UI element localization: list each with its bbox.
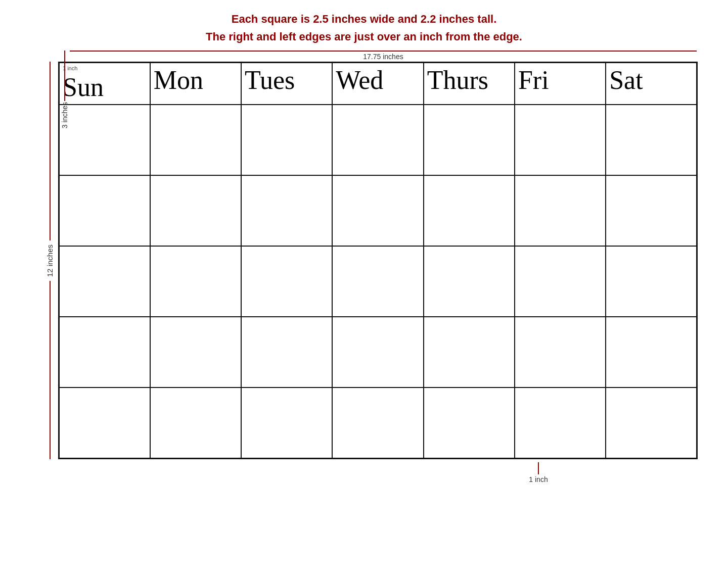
calendar-cell-3-4: [424, 317, 515, 387]
calendar-cell-2-3: [332, 246, 423, 317]
day-label-wed: Wed: [336, 66, 383, 94]
calendar-header-row: 1 inch Sun Mon Tues Wed Th: [59, 63, 697, 105]
calendar-cell-2-5: [515, 246, 606, 317]
day-label-fri: Fri: [518, 66, 549, 94]
calendar-cell-3-6: [606, 317, 697, 387]
calendar-cell-1-4: [424, 175, 515, 246]
calendar-cell-1-6: [606, 175, 697, 246]
header-tues: Tues: [241, 63, 332, 105]
calendar-cell-0-6: [606, 105, 697, 175]
calendar-row-3: [59, 317, 697, 387]
top-vertical-ruler-label: 3 inches: [61, 102, 69, 128]
calendar-grid: 1 inch Sun Mon Tues Wed Th: [58, 62, 698, 459]
header-sat: Sat: [606, 63, 697, 105]
calendar-cell-1-3: [332, 175, 423, 246]
calendar-cell-3-1: [150, 317, 241, 387]
header-thurs: Thurs: [424, 63, 515, 105]
horizontal-ruler-label: 17.75 inches: [70, 53, 697, 61]
day-label-sat: Sat: [609, 66, 643, 94]
calendar-cell-1-0: [59, 175, 150, 246]
header-mon: Mon: [150, 63, 241, 105]
inch-corner-label: 1 inch: [63, 65, 147, 71]
calendar-cell-3-3: [332, 317, 423, 387]
info-line2: The right and left edges are just over a…: [0, 28, 728, 45]
day-label-tues: Tues: [245, 66, 295, 94]
calendar-cell-4-4: [424, 387, 515, 458]
calendar-cell-0-1: [150, 105, 241, 175]
calendar-cell-1-2: [241, 175, 332, 246]
header-wed: Wed: [332, 63, 423, 105]
horizontal-top-ruler: 17.75 inches: [70, 51, 697, 61]
calendar-row-4: [59, 387, 697, 458]
top-vertical-ruler: 3 inches: [60, 51, 70, 129]
calendar-cell-2-4: [424, 246, 515, 317]
calendar-row-1: [59, 175, 697, 246]
calendar-cell-2-1: [150, 246, 241, 317]
info-section: Each square is 2.5 inches wide and 2.2 i…: [0, 10, 728, 45]
bottom-ruler-label: 1 inch: [529, 475, 548, 483]
left-vertical-ruler-label: 12 inches: [46, 240, 54, 281]
calendar-cell-4-2: [241, 387, 332, 458]
calendar-container: 1 inch Sun Mon Tues Wed Th: [58, 62, 698, 459]
calendar-row-2: [59, 246, 697, 317]
calendar-cell-4-0: [59, 387, 150, 458]
calendar-row-0: [59, 105, 697, 175]
calendar-cell-3-2: [241, 317, 332, 387]
calendar-cell-0-3: [332, 105, 423, 175]
calendar-cell-3-0: [59, 317, 150, 387]
header-sun: 1 inch Sun: [59, 63, 150, 105]
header-fri: Fri: [515, 63, 606, 105]
calendar-cell-4-6: [606, 387, 697, 458]
calendar-cell-3-5: [515, 317, 606, 387]
calendar-cell-2-6: [606, 246, 697, 317]
calendar-cell-2-0: [59, 246, 150, 317]
calendar-cell-0-0: [59, 105, 150, 175]
calendar-cell-1-5: [515, 175, 606, 246]
bottom-ruler: 1 inch: [379, 462, 698, 483]
calendar-cell-4-5: [515, 387, 606, 458]
calendar-cell-2-2: [241, 246, 332, 317]
calendar-cell-0-4: [424, 105, 515, 175]
calendar-cell-1-1: [150, 175, 241, 246]
day-label-thurs: Thurs: [427, 66, 488, 94]
info-line1: Each square is 2.5 inches wide and 2.2 i…: [0, 10, 728, 28]
left-vertical-ruler: 12 inches: [46, 62, 54, 459]
calendar-cell-0-2: [241, 105, 332, 175]
calendar-cell-4-1: [150, 387, 241, 458]
calendar-cell-0-5: [515, 105, 606, 175]
calendar-cell-4-3: [332, 387, 423, 458]
day-label-mon: Mon: [154, 66, 203, 94]
